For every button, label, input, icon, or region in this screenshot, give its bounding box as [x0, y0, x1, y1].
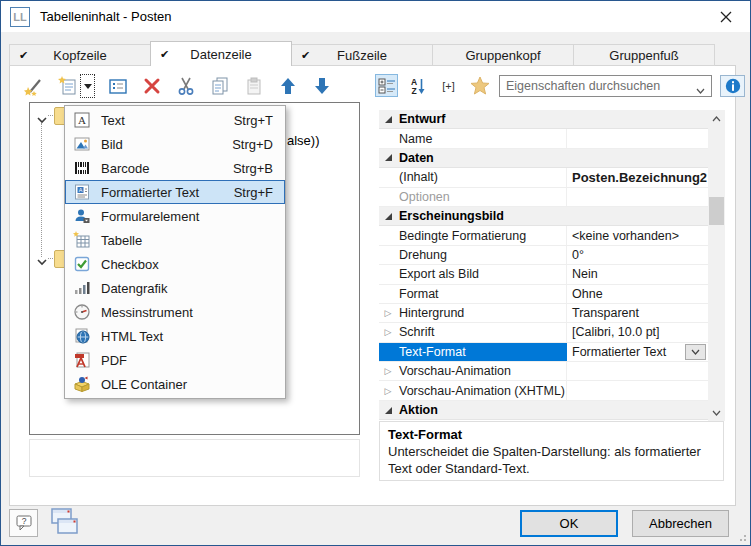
property-row[interactable]: (Inhalt)Posten.Bezeichnung2	[379, 168, 708, 187]
menu-item-label: Datengrafik	[101, 281, 273, 296]
insert-object-button[interactable]	[56, 75, 79, 98]
menu-item-tabelle[interactable]: Tabelle	[65, 228, 285, 252]
section-collapse-icon	[385, 213, 392, 220]
layout-windows-button[interactable]	[45, 507, 81, 539]
property-row[interactable]: Drehung0°	[379, 246, 708, 265]
insert-object-dropdown-arrow[interactable]	[80, 74, 95, 98]
html-text-icon	[73, 327, 91, 345]
tab-label: Fußzeile	[337, 48, 387, 63]
property-row[interactable]: ▷Vorschau-Animation	[379, 362, 708, 381]
value-dropdown-button[interactable]	[685, 344, 706, 360]
property-row[interactable]: FormatOhne	[379, 285, 708, 304]
delete-button[interactable]	[140, 75, 163, 98]
tab-kopfzeile[interactable]: ✔ Kopfzeile	[9, 44, 151, 66]
menu-item-checkbox[interactable]: Checkbox	[65, 252, 285, 276]
property-label: Schrift	[397, 323, 567, 341]
tab-gruppenkopf[interactable]: Gruppenkopf	[432, 44, 574, 66]
expand-arrow-icon[interactable]: ▷	[385, 366, 392, 376]
paste-icon-disabled	[244, 76, 264, 96]
sum-variables-box[interactable]	[29, 439, 360, 477]
property-row[interactable]: Bedingte Formatierung<keine vorhanden>	[379, 226, 708, 245]
expand-arrow-icon[interactable]: ▷	[385, 327, 392, 337]
tab-datenzeile[interactable]: ✔ Datenzeile	[150, 41, 292, 66]
table-icon	[73, 231, 91, 249]
move-down-button[interactable]	[310, 75, 333, 98]
menu-item-html-text[interactable]: HTML Text	[65, 324, 285, 348]
menu-item-bild[interactable]: Bild Strg+D	[65, 132, 285, 156]
close-button[interactable]	[710, 5, 742, 28]
sort-alphabetical-button[interactable]: A Z	[406, 74, 429, 97]
menu-item-barcode[interactable]: Barcode Strg+B	[65, 156, 285, 180]
section-collapse-icon	[385, 154, 392, 161]
object-toolbar	[22, 74, 333, 98]
move-up-button[interactable]	[276, 75, 299, 98]
property-section[interactable]: Entwurf	[379, 110, 708, 129]
menu-item-text[interactable]: A Text Strg+T	[65, 108, 285, 132]
property-label: (Inhalt)	[397, 168, 567, 186]
menu-item-ole-container[interactable]: OLE Container	[65, 372, 285, 396]
scrollbar-thumb[interactable]	[709, 197, 724, 225]
info-button[interactable]	[720, 75, 745, 97]
menu-item-shortcut: Strg+B	[233, 161, 273, 176]
chevron-down-icon[interactable]	[696, 83, 705, 97]
app-logo-icon: LL	[10, 7, 30, 27]
expand-arrow-icon[interactable]: ▷	[385, 386, 392, 396]
tab-check-icon: ✔	[160, 48, 169, 61]
resize-grip[interactable]	[737, 532, 747, 542]
property-row[interactable]: ▷Schrift[Calibri, 10.0 pt]	[379, 323, 708, 342]
insert-object-icon	[58, 76, 78, 96]
copy-button[interactable]	[208, 75, 231, 98]
ole-container-icon	[73, 375, 91, 393]
menu-item-shortcut: Strg+F	[234, 185, 273, 200]
property-search-input[interactable]: Eigenschaften durchsuchen	[499, 75, 712, 97]
favorites-button[interactable]	[468, 74, 491, 97]
data-graphic-icon	[73, 279, 91, 297]
view-categorized-button[interactable]	[375, 74, 398, 97]
menu-item-datengrafik[interactable]: Datengrafik	[65, 276, 285, 300]
property-rows: Entwurf Name Daten (Inhalt)Posten.Bezeic…	[379, 110, 708, 420]
paste-button[interactable]	[242, 75, 265, 98]
property-section[interactable]: Erscheinungsbild	[379, 207, 708, 226]
cancel-button[interactable]: Abbrechen	[632, 510, 729, 537]
formula-wizard-button[interactable]	[22, 75, 45, 98]
menu-item-formularelement[interactable]: Formularelement	[65, 204, 285, 228]
tree-expander-icon[interactable]	[36, 111, 48, 129]
tab-fusszeile[interactable]: ✔ Fußzeile	[291, 44, 433, 66]
move-up-icon	[280, 77, 296, 95]
cut-icon	[176, 76, 196, 96]
help-button[interactable]: ?	[9, 509, 38, 537]
expand-arrow-icon[interactable]: ▷	[385, 308, 392, 318]
menu-item-pdf[interactable]: PDF	[65, 348, 285, 372]
property-section[interactable]: Aktion	[379, 401, 708, 420]
property-row[interactable]: Name	[379, 129, 708, 148]
property-row[interactable]: Export als BildNein	[379, 265, 708, 284]
property-row[interactable]: Optionen	[379, 188, 708, 207]
scroll-down-arrow[interactable]	[708, 404, 725, 421]
svg-text:?: ?	[21, 516, 26, 526]
property-section[interactable]: Daten	[379, 149, 708, 168]
property-row[interactable]: ▷Vorschau-Animation (XHTML)	[379, 381, 708, 400]
menu-item-label: Formularelement	[101, 209, 273, 224]
property-description-panel: Text-Format Unterscheidet die Spalten-Da…	[379, 421, 724, 481]
menu-item-formatierter-text[interactable]: A Formatierter Text Strg+F	[65, 180, 285, 204]
tree-expander-icon[interactable]	[36, 253, 48, 271]
title-bar[interactable]: LL Tabelleninhalt - Posten	[1, 1, 750, 32]
scroll-up-arrow[interactable]	[708, 110, 725, 127]
property-value	[567, 188, 708, 206]
info-icon	[725, 78, 741, 94]
tab-gruppenfuss[interactable]: Gruppenfuß	[573, 44, 715, 66]
property-value: Posten.Bezeichnung2	[567, 168, 708, 186]
element-properties-button[interactable]	[106, 75, 129, 98]
expand-all-icon: [+]	[442, 80, 455, 92]
property-value: Ohne	[567, 285, 708, 303]
menu-item-messinstrument[interactable]: Messinstrument	[65, 300, 285, 324]
property-row[interactable]: ▷HintergrundTransparent	[379, 304, 708, 323]
property-label: Text-Format	[397, 343, 567, 361]
ok-button[interactable]: OK	[520, 510, 618, 537]
scrollbar[interactable]	[708, 110, 725, 421]
property-value: Transparent	[567, 304, 708, 322]
property-label: Name	[397, 129, 567, 147]
expand-all-button[interactable]: [+]	[437, 74, 460, 97]
cut-button[interactable]	[174, 75, 197, 98]
property-row-text-format[interactable]: Text-FormatFormatierter Text	[379, 343, 708, 362]
